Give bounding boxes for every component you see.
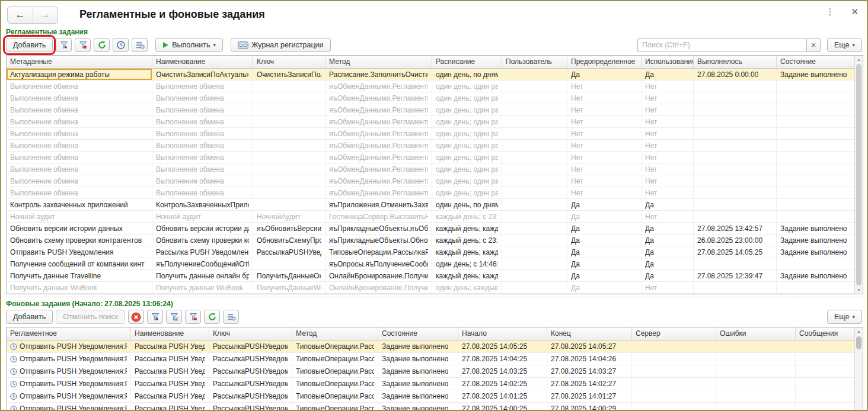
table-cell[interactable]: Получение сообщений от компании кинт (7, 258, 152, 269)
column-header-name[interactable]: Наименование (131, 327, 209, 340)
table-cell[interactable]: ТиповыеОперации.РассылкаР… (326, 246, 432, 258)
table-cell[interactable]: ТиповыеОперации.Расс… (292, 403, 378, 411)
table-cell[interactable] (777, 140, 854, 151)
table-cell[interactable] (796, 365, 854, 377)
table-cell[interactable]: Обновить схему проверки контрагентов (7, 235, 152, 246)
table-cell[interactable]: ТиповыеОперации.Расс… (292, 341, 378, 352)
table-cell[interactable] (777, 81, 854, 92)
table-cell[interactable]: Да (567, 211, 642, 222)
table-cell[interactable]: ГостиницаСервер.ВыставитьНо… (326, 211, 432, 222)
table-cell[interactable] (716, 378, 796, 390)
table-cell[interactable] (796, 341, 854, 352)
table-cell[interactable] (694, 211, 777, 222)
column-header-state[interactable]: Состояние (378, 327, 458, 340)
back-button[interactable]: ← (8, 7, 33, 23)
table-row[interactable]: Обновить схему проверки контрагентовОбно… (7, 235, 854, 246)
schedule-clock-button[interactable] (113, 38, 129, 52)
table-cell[interactable]: Рассылка PUSH Уведо… (131, 353, 209, 365)
column-header-klyuch[interactable]: Ключ (209, 327, 292, 340)
table-row[interactable]: Отправить PUSH Уведомления:Р…Рассылка PU… (7, 403, 854, 411)
table-cell[interactable]: яъОбменДанными.Регламентн… (326, 116, 432, 127)
table-cell[interactable]: КонтрольЗахваченныхПрилож… (152, 199, 253, 210)
table-cell[interactable]: Нет (642, 211, 694, 222)
table-cell[interactable]: Нет (642, 104, 694, 115)
table-cell[interactable]: 27.08.2025 14:04:26 (547, 353, 632, 365)
table-cell[interactable]: ПолучитьДанныеОнл… (253, 270, 326, 281)
table-cell[interactable]: каждый день; кажд… (432, 270, 502, 281)
scroll-up-arrow[interactable]: ▲ (855, 56, 863, 63)
table-cell[interactable]: Нет (642, 81, 694, 92)
table-cell[interactable] (502, 140, 567, 151)
table-cell[interactable]: Выполнение обмена (7, 152, 152, 163)
table-row[interactable]: Выполнение обменаВыполнение обменаяъОбме… (7, 104, 854, 116)
table-cell[interactable]: Нет (567, 163, 642, 175)
table-cell[interactable]: Рассылка PUSH Уведомлений (152, 246, 253, 258)
table-cell[interactable]: Контроль захваченных приложений (7, 199, 152, 210)
table-cell[interactable]: Да (567, 246, 642, 258)
scrollbar-thumb[interactable] (856, 64, 861, 285)
column-header-start[interactable]: Начало (458, 327, 547, 340)
table-cell[interactable]: один день; каждые … (432, 282, 502, 293)
table-cell[interactable]: Получить данные WuBook (7, 282, 152, 293)
table-cell[interactable]: РассылкаPUSHУведом… (209, 353, 292, 365)
table-cell[interactable]: Получить данные WuBook (152, 282, 253, 293)
table-cell[interactable]: ОчиститьЗаписиПоАктуально… (152, 69, 253, 80)
table-row[interactable]: Выполнение обменаВыполнение обменаяъОбме… (7, 187, 854, 199)
table-cell[interactable]: Нет (642, 282, 694, 293)
table-cell[interactable]: яъОбменДанными.Регламентн… (326, 152, 432, 163)
table-row[interactable]: Выполнение обменаВыполнение обменаяъОбме… (7, 140, 854, 152)
table-row[interactable]: Выполнение обменаВыполнение обменаяъОбме… (7, 128, 854, 140)
table-cell[interactable] (632, 378, 716, 390)
filter-settings-button[interactable] (56, 38, 72, 52)
table-cell[interactable]: 27.08.2025 14:01:27 (547, 390, 632, 402)
table-cell[interactable]: Нет (567, 187, 642, 198)
table-cell[interactable]: Рассылка PUSH Уведо… (131, 341, 209, 352)
table-cell[interactable]: Нет (567, 104, 642, 115)
table-cell[interactable]: Да (567, 235, 642, 246)
column-header-end[interactable]: Конец (547, 327, 632, 340)
table-cell[interactable] (632, 341, 716, 352)
table-cell[interactable] (632, 353, 716, 365)
table-cell[interactable]: РассылкаPUSHУведом… (209, 341, 292, 352)
table-cell[interactable] (502, 270, 567, 281)
table-cell[interactable]: один день; с 14:46:0… (432, 258, 502, 269)
table-cell[interactable] (777, 92, 854, 104)
filter-settings-button[interactable] (147, 310, 163, 324)
table-cell[interactable]: один день; один раз … (432, 140, 502, 151)
table-row[interactable]: Выполнение обменаВыполнение обменаяъОбме… (7, 163, 854, 175)
table-cell[interactable]: каждый день; с 23:0… (432, 211, 502, 222)
table-cell[interactable]: Нет (567, 81, 642, 92)
table-cell[interactable]: НочнойАудит (253, 211, 326, 222)
table-cell[interactable] (502, 163, 567, 175)
table-cell[interactable]: 27.08.2025 14:00:29 (547, 403, 632, 411)
table-cell[interactable] (777, 128, 854, 139)
table-cell[interactable] (502, 211, 567, 222)
table-cell[interactable]: Рассылка PUSH Уведо… (131, 390, 209, 402)
table-cell[interactable] (502, 116, 567, 127)
table-cell[interactable]: Да (642, 246, 694, 258)
table-cell[interactable]: Нет (642, 116, 694, 127)
table-cell[interactable] (694, 81, 777, 92)
column-header-predefined[interactable]: Предопределенное (567, 56, 642, 68)
table-cell[interactable] (502, 175, 567, 187)
table-cell[interactable]: 27.08.2025 14:00:25 (458, 403, 547, 411)
table-cell[interactable] (796, 403, 854, 411)
table-cell[interactable]: Да (642, 199, 694, 210)
background-more-button[interactable]: Еще ▾ (827, 310, 862, 324)
table-cell[interactable]: ТиповыеОперации.Расс… (292, 353, 378, 365)
table-cell[interactable]: Выполнение обмена (7, 175, 152, 187)
table-cell[interactable]: один день; один раз … (432, 152, 502, 163)
table-cell[interactable]: Обновить схему проверки кон… (152, 235, 253, 246)
table-cell[interactable] (253, 152, 326, 163)
table-cell[interactable] (502, 104, 567, 115)
table-cell[interactable] (253, 163, 326, 175)
table-cell[interactable]: 27.08.2025 13:42:57 (694, 223, 777, 234)
table-cell[interactable]: ПолучитьДанныеWu… (253, 282, 326, 293)
table-cell[interactable] (253, 199, 326, 210)
table-cell[interactable]: один день; один раз … (432, 81, 502, 92)
table-cell[interactable] (632, 403, 716, 411)
table-cell[interactable] (253, 104, 326, 115)
table-cell[interactable]: ОнлайнБронирование.Получить… (326, 270, 432, 281)
table-cell[interactable]: Задание выполнено (378, 365, 458, 377)
table-cell[interactable]: Выполнение обмена (7, 104, 152, 115)
